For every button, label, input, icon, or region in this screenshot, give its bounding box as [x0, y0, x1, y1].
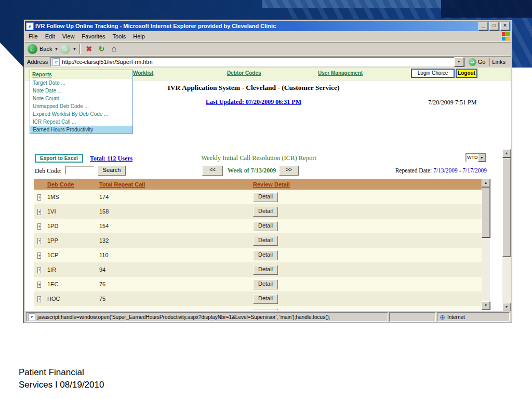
back-button-label[interactable]: Back	[39, 46, 52, 52]
row-code: 1CP	[47, 252, 99, 258]
address-chevron-down-icon[interactable]: ▼	[454, 57, 464, 66]
repeated-date-start: 7/13/2009	[433, 167, 458, 174]
detail-button[interactable]: Detail	[253, 265, 278, 275]
login-choice-button[interactable]: Login Choice	[411, 69, 455, 78]
expand-plus-icon[interactable]: +	[37, 282, 41, 288]
deb-code-input[interactable]	[65, 166, 94, 175]
table-scrollbar-thumb[interactable]	[482, 188, 490, 237]
forward-icon[interactable]: →	[60, 44, 70, 54]
detail-button[interactable]: Detail	[253, 250, 278, 260]
back-icon[interactable]: ←	[28, 44, 37, 54]
window-title: IVR Follow Up Online Tracking - Microsof…	[35, 23, 477, 29]
row-code: 1MS	[47, 194, 99, 200]
table-scrollbar[interactable]: ▲ ▼	[482, 179, 490, 310]
links-toolbar[interactable]: Links	[489, 58, 509, 66]
expand-plus-icon[interactable]: +	[37, 238, 41, 244]
detail-button[interactable]: Detail	[253, 192, 278, 202]
nav-debtor-codes-link[interactable]: Debtor Codes	[227, 70, 261, 76]
expand-plus-icon[interactable]: +	[37, 209, 41, 215]
toolbar-separator	[79, 44, 81, 54]
nav-reports-link[interactable]: Reports	[32, 72, 52, 77]
close-button[interactable]: ✕	[500, 22, 510, 30]
reports-menu-item[interactable]: Target Date ...	[30, 79, 132, 87]
reports-menu-item[interactable]: Note Count ...	[30, 95, 132, 102]
slide-footer: Patient Financial Services I 08/19/2010	[19, 366, 104, 391]
report-table: Deb Code Total Repeat Call Review Detail…	[34, 179, 490, 310]
detail-button[interactable]: Detail	[253, 236, 278, 246]
scroll-down-icon[interactable]: ▼	[482, 301, 490, 310]
reports-menu-item[interactable]: Expired Worklist By Deb Code ...	[30, 110, 132, 118]
detail-button[interactable]: Detail	[253, 309, 278, 310]
expand-plus-icon[interactable]: +	[37, 267, 41, 273]
reports-menu-item[interactable]: Note Date ...	[30, 87, 132, 95]
menu-tools[interactable]: Tools	[109, 32, 130, 41]
table-header-deb-code[interactable]: Deb Code	[47, 181, 99, 188]
logout-button[interactable]: Logout	[456, 69, 477, 78]
reports-menu-item[interactable]: Earned Hours Productivity	[30, 126, 132, 134]
menu-view[interactable]: View	[59, 32, 78, 41]
week-label: Week of 7/13/2009	[228, 167, 276, 175]
row-count: 174	[99, 194, 253, 200]
row-count: 158	[99, 208, 253, 215]
detail-button[interactable]: Detail	[253, 294, 278, 304]
expand-plus-icon[interactable]: +	[37, 296, 41, 302]
scroll-up-icon[interactable]: ▲	[482, 179, 490, 187]
address-url[interactable]: http://cc-clarsql51/ivr/SuperFrm.htm	[62, 59, 451, 65]
frame-scrollbar-thumb[interactable]	[502, 158, 511, 257]
detail-button[interactable]: Detail	[253, 207, 278, 217]
next-week-button[interactable]: >>	[279, 166, 299, 176]
maximize-button[interactable]: □	[489, 22, 499, 30]
export-to-excel-button[interactable]: Export to Excel	[35, 154, 83, 163]
go-label: Go	[478, 59, 486, 65]
menu-favorites[interactable]: Favorites	[78, 32, 109, 41]
status-page-icon: e	[29, 313, 35, 321]
table-header-total-repeat-call[interactable]: Total Repeat Call	[99, 181, 253, 188]
status-zone-label: Internet	[447, 314, 465, 320]
frame-scrollbar[interactable]: ▲ ▼	[502, 149, 511, 311]
period-select[interactable]: WTD ▼	[466, 153, 486, 162]
menu-bar: File Edit View Favorites Tools Help	[25, 31, 511, 42]
address-field[interactable]: e http://cc-clarsql51/ivr/SuperFrm.htm ▼	[50, 57, 464, 66]
table-row: + 1PP 132 Detail	[34, 233, 482, 248]
detail-button[interactable]: Detail	[253, 221, 278, 231]
nav-user-management-link[interactable]: User Management	[318, 70, 363, 76]
detail-button[interactable]: Detail	[253, 280, 278, 289]
minimize-button[interactable]: _	[478, 22, 488, 30]
refresh-icon[interactable]: ↻	[96, 44, 107, 54]
period-chevron-down-icon[interactable]: ▼	[478, 154, 486, 162]
previous-week-button[interactable]: <<	[202, 166, 223, 176]
navigation-toolbar: ← Back ▼ → ▼ ✖ ↻ ⌂	[25, 42, 511, 56]
back-chevron-down-icon[interactable]: ▼	[54, 47, 58, 51]
table-row: + 1VI 158 Detail	[34, 204, 482, 219]
total-users-link[interactable]: Total: 112 Users	[90, 155, 132, 163]
report-table-grid: Deb Code Total Repeat Call Review Detail…	[34, 179, 482, 310]
row-count: 76	[99, 281, 253, 287]
frame-scroll-down-icon[interactable]: ▼	[502, 303, 511, 311]
expand-plus-icon[interactable]: +	[37, 194, 41, 201]
home-icon[interactable]: ⌂	[109, 44, 119, 54]
menu-file[interactable]: File	[25, 32, 42, 41]
expand-plus-icon[interactable]: +	[37, 252, 41, 259]
status-progress-pane	[389, 312, 436, 322]
last-updated-link[interactable]: Last Updated: 07/20/2009 06:31 PM	[206, 98, 301, 105]
reports-menu-item[interactable]: ICR Repeat Call ...	[30, 118, 132, 126]
row-count: 75	[99, 296, 253, 302]
search-button[interactable]: Search	[98, 166, 126, 176]
page-content: Worklist Debtor Codes User Management Lo…	[25, 68, 511, 311]
title-bar[interactable]: e IVR Follow Up Online Tracking - Micros…	[25, 21, 511, 31]
address-bar: Address e http://cc-clarsql51/ivr/SuperF…	[25, 56, 511, 68]
go-button[interactable]: ➞ Go	[467, 57, 487, 66]
repeated-date-separator: -	[459, 167, 461, 174]
menu-help[interactable]: Help	[129, 32, 149, 41]
menu-edit[interactable]: Edit	[42, 32, 59, 41]
table-row: + 1IR 94 Detail	[34, 262, 482, 277]
stop-icon[interactable]: ✖	[84, 44, 94, 54]
expand-plus-icon[interactable]: +	[37, 223, 41, 230]
table-header-review-detail[interactable]: Review Detail	[253, 181, 482, 188]
frame-scroll-up-icon[interactable]: ▲	[502, 149, 511, 157]
row-count: 132	[99, 237, 253, 244]
status-zone-pane: ⊕ Internet	[437, 312, 510, 322]
reports-menu-item[interactable]: Unmapped Deb Code ...	[30, 102, 132, 110]
nav-worklist-link[interactable]: Worklist	[133, 70, 153, 76]
forward-chevron-down-icon[interactable]: ▼	[72, 47, 76, 51]
